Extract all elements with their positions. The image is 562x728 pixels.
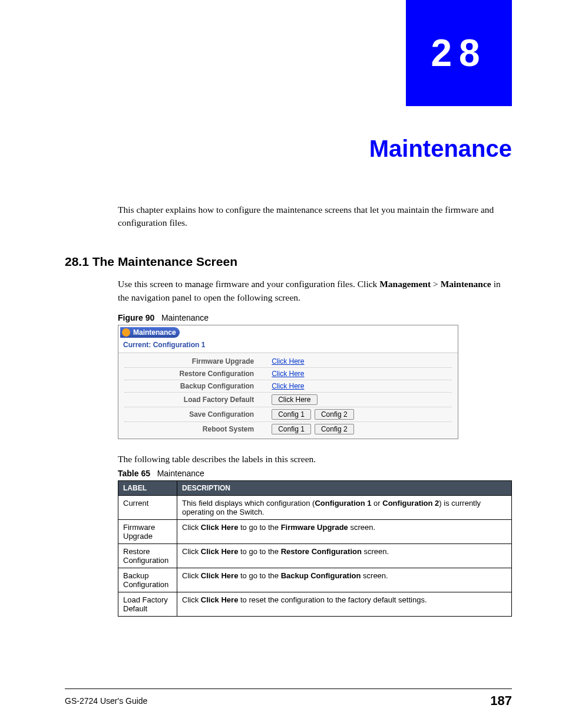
table-cell-label: Restore Configuration xyxy=(118,544,177,568)
maintenance-row: Restore ConfigurationClick Here xyxy=(124,368,452,380)
chapter-title: Maintenance xyxy=(369,136,512,162)
chapter-number: 28 xyxy=(431,31,487,75)
click-here-link[interactable]: Click Here xyxy=(272,357,304,365)
table-header-label: LABEL xyxy=(118,481,177,496)
click-here-link[interactable]: Click Here xyxy=(272,382,304,390)
description-table: LABEL DESCRIPTION CurrentThis field disp… xyxy=(118,480,512,617)
action-button[interactable]: Click Here xyxy=(272,394,317,405)
row-action: Click Here xyxy=(272,370,452,378)
table-cell-label: Firmware Upgrade xyxy=(118,520,177,544)
table-cell-label: Backup Configuration xyxy=(118,568,177,592)
table-row: Load Factory DefaultClick Click Here to … xyxy=(118,592,512,617)
table-cell-description: This field displays which configuration … xyxy=(177,496,512,520)
table-cell-description: Click Click Here to go to the Restore Co… xyxy=(177,544,512,568)
table-caption: Table 65 Maintenance xyxy=(118,469,204,478)
panel-header: Maintenance xyxy=(120,327,180,338)
section-heading: 28.1 The Maintenance Screen xyxy=(65,255,237,269)
table-row: Restore ConfigurationClick Click Here to… xyxy=(118,544,512,568)
table-cell-description: Click Click Here to go to the Firmware U… xyxy=(177,520,512,544)
row-label: Load Factory Default xyxy=(124,396,272,404)
maintenance-row: Load Factory DefaultClick Here xyxy=(124,393,452,407)
maintenance-options-table: Firmware UpgradeClick HereRestore Config… xyxy=(118,353,458,439)
maintenance-row: Backup ConfigurationClick Here xyxy=(124,380,452,393)
maintenance-panel: Maintenance Current: Configuration 1 Fir… xyxy=(118,325,458,439)
action-button[interactable]: Config 1 xyxy=(272,409,311,420)
row-action: Click Here xyxy=(272,382,452,390)
table-row: CurrentThis field displays which configu… xyxy=(118,496,512,520)
current-config-label: Current: Configuration 1 xyxy=(118,340,458,353)
table-header-description: DESCRIPTION xyxy=(177,481,512,496)
row-label: Save Configuration xyxy=(124,410,272,419)
action-button[interactable]: Config 2 xyxy=(315,424,354,434)
row-action: Config 1Config 2 xyxy=(272,409,452,420)
row-action: Click Here xyxy=(272,357,452,365)
footer-page-number: 187 xyxy=(490,693,512,709)
row-label: Reboot System xyxy=(124,425,272,433)
chapter-number-box: 28 xyxy=(406,0,512,106)
post-figure-text: The following table describes the labels… xyxy=(118,454,512,465)
table-cell-label: Load Factory Default xyxy=(118,592,177,617)
row-action: Click Here xyxy=(272,394,452,405)
row-label: Firmware Upgrade xyxy=(124,357,272,365)
maintenance-row: Reboot SystemConfig 1Config 2 xyxy=(124,422,452,436)
footer-title: GS-2724 User's Guide xyxy=(65,696,147,706)
table-cell-label: Current xyxy=(118,496,177,520)
table-row: Backup ConfigurationClick Click Here to … xyxy=(118,568,512,592)
action-button[interactable]: Config 1 xyxy=(272,424,311,434)
action-button[interactable]: Config 2 xyxy=(315,409,354,420)
row-label: Restore Configuration xyxy=(124,370,272,378)
section-body: Use this screen to manage firmware and y… xyxy=(118,277,512,305)
intro-paragraph: This chapter explains how to configure t… xyxy=(118,203,512,229)
click-here-link[interactable]: Click Here xyxy=(272,370,304,378)
maintenance-row: Save ConfigurationConfig 1Config 2 xyxy=(124,407,452,422)
row-action: Config 1Config 2 xyxy=(272,424,452,434)
table-cell-description: Click Click Here to reset the configurat… xyxy=(177,592,512,617)
maintenance-row: Firmware UpgradeClick Here xyxy=(124,355,452,368)
table-row: Firmware UpgradeClick Click Here to go t… xyxy=(118,520,512,544)
table-cell-description: Click Click Here to go to the Backup Con… xyxy=(177,568,512,592)
row-label: Backup Configuration xyxy=(124,382,272,390)
figure-caption: Figure 90 Maintenance xyxy=(118,313,209,322)
footer-rule xyxy=(65,689,512,689)
